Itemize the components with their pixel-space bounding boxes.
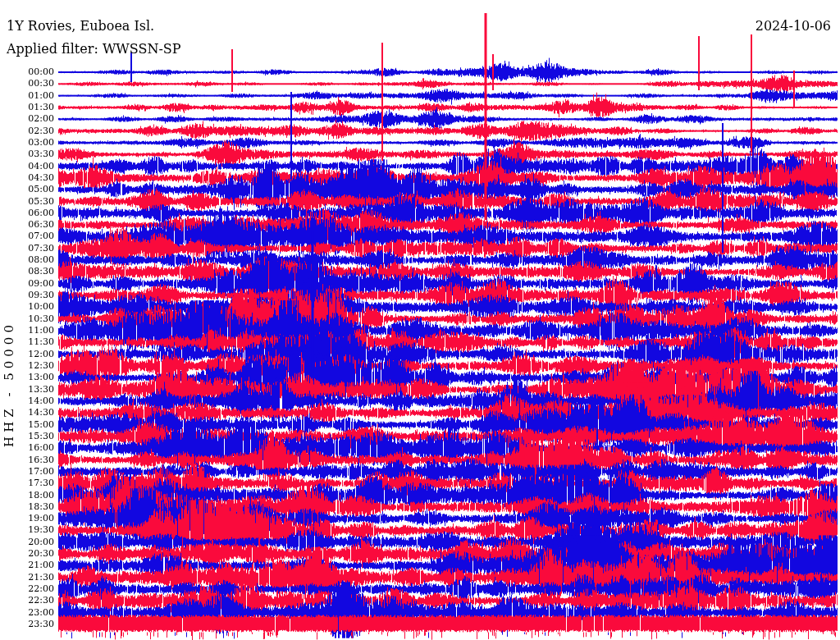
time-label: 07:30 [0,243,54,254]
time-label: 03:30 [0,149,54,160]
time-label: 16:30 [0,455,54,466]
time-label: 00:00 [0,66,54,78]
helicorder-plot-canvas [0,0,840,640]
time-label: 21:30 [0,572,54,583]
time-label: 06:00 [0,208,54,219]
time-label: 18:00 [0,490,54,501]
time-label: 10:30 [0,313,54,325]
time-label: 08:30 [0,266,54,277]
time-label: 05:00 [0,184,54,195]
time-label: 05:30 [0,196,54,208]
time-label: 20:00 [0,537,54,548]
date-label: 2024-10-06 [756,19,831,33]
time-label: 19:00 [0,513,54,524]
time-label: 04:00 [0,161,54,172]
time-label: 19:30 [0,524,54,536]
time-label: 02:00 [0,113,54,125]
time-label: 06:30 [0,219,54,231]
time-label: 17:00 [0,466,54,478]
time-label: 13:00 [0,372,54,383]
time-label: 16:00 [0,442,54,454]
time-label: 11:30 [0,336,54,348]
time-label: 17:30 [0,478,54,489]
time-label: 23:00 [0,607,54,619]
time-label: 07:00 [0,231,54,242]
time-label: 13:30 [0,384,54,395]
time-label: 10:00 [0,301,54,313]
time-label: 03:00 [0,137,54,149]
time-label: 08:00 [0,254,54,266]
time-label: 04:30 [0,172,54,184]
time-label: 09:00 [0,278,54,290]
time-label: 15:00 [0,419,54,431]
time-label: 15:30 [0,431,54,442]
time-label: 21:00 [0,560,54,571]
station-title: 1Y Rovies, Euboea Isl. [7,19,154,33]
time-label: 09:30 [0,290,54,301]
time-label: 02:30 [0,126,54,137]
time-label: 00:30 [0,78,54,89]
time-label: 14:30 [0,407,54,418]
time-label: 12:30 [0,360,54,372]
time-label: 01:00 [0,90,54,102]
helicorder-page: 1Y Rovies, Euboea Isl. Applied filter: W… [0,0,840,640]
time-label: 11:00 [0,325,54,336]
filter-label: Applied filter: WWSSN-SP [7,42,181,56]
time-label: 18:30 [0,501,54,513]
time-label: 01:30 [0,102,54,113]
time-label: 14:00 [0,395,54,407]
time-label: 23:30 [0,619,54,630]
time-label: 12:00 [0,349,54,360]
time-label: 20:30 [0,548,54,560]
time-label: 22:00 [0,583,54,595]
time-label: 22:30 [0,595,54,606]
